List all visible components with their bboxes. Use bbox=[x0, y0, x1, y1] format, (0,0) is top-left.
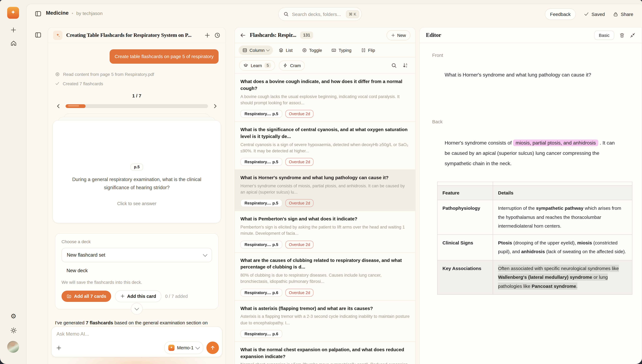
column-header: Feature bbox=[437, 186, 493, 200]
new-card-button[interactable]: New bbox=[386, 30, 410, 40]
tab-typing[interactable]: Typing bbox=[328, 46, 355, 55]
history-clock-icon[interactable] bbox=[214, 32, 220, 38]
deck-label: Choose a deck bbox=[62, 239, 212, 244]
add-all-cards-button[interactable]: Add all 7 cards bbox=[62, 291, 111, 302]
view-tabs: Column List Toggle Typing Flip bbox=[235, 43, 415, 58]
separator-dot: • bbox=[72, 11, 73, 16]
flashcard-row[interactable]: What is asterixis (flapping tremor) and … bbox=[235, 300, 415, 342]
flashcard-row[interactable]: What is the normal chest expansion on pa… bbox=[235, 342, 415, 364]
app-logo-icon[interactable] bbox=[7, 7, 19, 19]
flashcard-hint[interactable]: Click to see answer bbox=[117, 201, 156, 206]
deck-tag[interactable]: Respiratory.... p.5 bbox=[240, 158, 282, 166]
read-target-icon bbox=[55, 72, 60, 77]
deck-tag[interactable]: Respiratory.... p.6 bbox=[240, 330, 282, 338]
flashcard-preview-stack: p.5 During a general respiratory examina… bbox=[55, 120, 218, 225]
home-button[interactable] bbox=[10, 39, 17, 47]
workspace-name[interactable]: Medicine bbox=[46, 10, 69, 16]
flashcard-question: During a general respiratory examination… bbox=[66, 176, 208, 192]
flashcard-preview[interactable]: p.5 During a general respiratory examina… bbox=[52, 120, 221, 223]
settings-gear-icon[interactable]: ⚙ bbox=[10, 312, 17, 320]
flashcard-row[interactable]: What is the significance of central cyan… bbox=[235, 122, 415, 170]
back-field[interactable]: Horner's syndrome consists of miosis, pa… bbox=[445, 138, 620, 169]
progress-bar[interactable] bbox=[66, 104, 208, 108]
deck-tag[interactable]: Respiratory.... p.5 bbox=[240, 110, 282, 118]
flashcard-row-selected[interactable]: What is Horner's syndrome and what lung … bbox=[235, 170, 415, 211]
card-type-button[interactable]: Basic bbox=[594, 30, 614, 40]
check-icon bbox=[55, 81, 60, 86]
share-button[interactable]: Share bbox=[613, 12, 633, 17]
overdue-badge: Overdue 2d bbox=[286, 110, 314, 118]
sidebar-toggle-icon[interactable] bbox=[35, 10, 42, 17]
chat-input-actions: Memo-1 bbox=[56, 342, 219, 354]
collapse-deck-button[interactable] bbox=[131, 303, 143, 315]
front-field[interactable]: What is Horner's syndrome and what lung … bbox=[445, 72, 629, 78]
send-button[interactable] bbox=[206, 342, 219, 354]
chat-input[interactable]: Ask Memo AI... Memo-1 bbox=[51, 326, 222, 357]
table-header-row: Feature Details bbox=[437, 186, 632, 200]
flashcard-row[interactable]: What does a bovine cough indicate, and h… bbox=[235, 74, 415, 122]
app-root: ⚙ Medicine • by techjason Search decks, … bbox=[0, 0, 642, 364]
new-plus-button[interactable] bbox=[10, 26, 17, 34]
chat-input-placeholder: Ask Memo AI... bbox=[56, 331, 89, 337]
flashcard-row[interactable]: What are the causes of clubbing related … bbox=[235, 252, 415, 300]
study-actions: Learn 5 Cram AZ bbox=[235, 58, 415, 74]
attach-plus-icon[interactable] bbox=[56, 345, 62, 351]
trash-icon[interactable] bbox=[619, 32, 625, 38]
global-search-input[interactable]: Search decks, folders... ⌘ K bbox=[278, 7, 362, 21]
step-read: Read content from page 5 from Respirator… bbox=[55, 72, 218, 77]
deck-note: We will save the flashcards into this de… bbox=[62, 280, 212, 285]
deck-tag[interactable]: Respiratory.... p.6 bbox=[240, 288, 282, 296]
cram-button[interactable]: Cram bbox=[279, 60, 305, 70]
list-tools: AZ bbox=[391, 62, 411, 68]
plus-icon bbox=[120, 294, 125, 298]
table-row-selected[interactable]: Key Associations Often associated with s… bbox=[437, 260, 632, 295]
user-message-bubble: Create table flashcards on page 5 of res… bbox=[110, 49, 218, 64]
prev-card-button[interactable] bbox=[55, 103, 62, 110]
flashcard-list: What does a bovine cough indicate, and h… bbox=[235, 74, 415, 364]
chevron-down-icon bbox=[266, 48, 270, 51]
overdue-badge: Overdue 2d bbox=[286, 240, 314, 248]
column-header: Details bbox=[493, 186, 632, 200]
tab-flip[interactable]: Flip bbox=[357, 46, 379, 55]
chat-panel-toggle-icon[interactable] bbox=[35, 32, 42, 38]
target-icon bbox=[302, 48, 307, 52]
user-avatar[interactable] bbox=[7, 341, 19, 353]
svg-text:Z: Z bbox=[406, 66, 407, 68]
card-pager bbox=[55, 103, 218, 110]
flashcard-row[interactable]: What is Pemberton's sign and what does i… bbox=[235, 211, 415, 252]
added-count: 0 / 7 added bbox=[165, 294, 188, 299]
search-icon[interactable] bbox=[391, 62, 397, 68]
workspace-breadcrumb[interactable]: Medicine • by techjason bbox=[46, 10, 102, 16]
svg-text:A: A bbox=[406, 63, 407, 66]
new-deck-option[interactable]: New deck bbox=[62, 268, 212, 274]
learn-due-badge: 5 bbox=[264, 63, 271, 68]
table-row[interactable]: Clinical Signs Ptosis (drooping of the u… bbox=[437, 234, 632, 260]
add-this-card-button[interactable]: Add this card bbox=[115, 290, 161, 302]
deck-actions: Add all 7 cards Add this card 0 / 7 adde… bbox=[62, 290, 212, 302]
tab-list[interactable]: List bbox=[275, 46, 296, 55]
deck-tag[interactable]: Respiratory.... p.5 bbox=[240, 240, 282, 248]
sort-az-icon[interactable]: AZ bbox=[402, 62, 408, 68]
chevron-down-icon bbox=[196, 345, 200, 349]
answer-table[interactable]: Feature Details Pathophysiology Interrup… bbox=[437, 182, 632, 295]
main-surface: Medicine • by techjason Search decks, fo… bbox=[26, 4, 642, 364]
back-arrow-icon[interactable] bbox=[240, 32, 246, 38]
model-selector[interactable]: Memo-1 bbox=[164, 342, 203, 354]
theme-sun-icon[interactable] bbox=[10, 326, 17, 334]
next-card-button[interactable] bbox=[212, 103, 218, 110]
chat-scroll-area[interactable]: Create table flashcards on page 5 of res… bbox=[48, 43, 226, 364]
overdue-badge: Overdue 2d bbox=[286, 288, 314, 296]
tab-toggle[interactable]: Toggle bbox=[298, 46, 326, 55]
tab-column[interactable]: Column bbox=[238, 46, 273, 55]
agent-steps: Read content from page 5 from Respirator… bbox=[55, 72, 218, 86]
deck-tag[interactable]: Respiratory.... p.5 bbox=[240, 199, 282, 207]
learn-button[interactable]: Learn 5 bbox=[239, 60, 275, 70]
table-row[interactable]: Pathophysiology Interruption of the symp… bbox=[437, 200, 632, 234]
step-created: Created 7 flashcards bbox=[55, 81, 218, 86]
card-count-badge: 131 bbox=[300, 32, 313, 39]
flip-icon bbox=[361, 48, 366, 52]
collapse-panel-icon[interactable] bbox=[630, 32, 636, 38]
deck-select[interactable]: New flashcard set bbox=[62, 248, 212, 262]
feedback-button[interactable]: Feedback bbox=[545, 8, 576, 20]
new-chat-plus-icon[interactable] bbox=[204, 32, 210, 38]
